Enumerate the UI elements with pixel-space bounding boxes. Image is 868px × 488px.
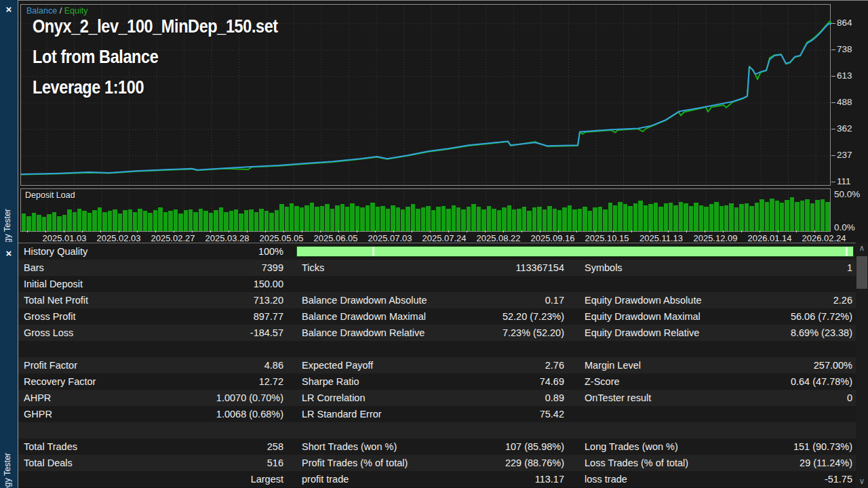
x-axis-tick (45, 230, 46, 232)
x-axis-tick (631, 230, 632, 232)
stat-value: 56.06 (7.72%) (741, 311, 852, 322)
deposit-load-bar (532, 207, 536, 231)
deposit-load-bar (411, 204, 415, 231)
chart-panel-tab[interactable]: Strategy Tester (0, 182, 18, 242)
close-icon[interactable]: × (3, 248, 14, 259)
deposit-load-bar (325, 204, 329, 231)
x-axis-label: 2025.02.03 (88, 233, 149, 243)
deposit-load-bar (714, 202, 718, 231)
stat-label: loss trade (585, 474, 741, 485)
stat-value: 8.69% (23.38) (741, 327, 852, 338)
x-axis-tick (723, 230, 724, 232)
report-panel-tab[interactable]: Strategy Tester (0, 434, 18, 488)
x-axis-label: 2025.01.03 (34, 233, 95, 243)
x-axis-tick (558, 230, 559, 232)
y-axis-label: 111 (837, 176, 868, 186)
deposit-load-bar (229, 211, 233, 231)
x-axis-tick (82, 230, 83, 232)
report-row[interactable]: Profit Factor4.86Expected Payoff2.76Marg… (18, 357, 856, 373)
stat-label: Profit Factor (24, 360, 193, 371)
deposit-load-bar (244, 210, 248, 231)
stat-value: 0 (741, 392, 852, 403)
deposit-load-bar (562, 207, 566, 231)
stat-value: 713.20 (193, 295, 283, 306)
deposit-load-bar (219, 207, 223, 231)
deposit-load-bar (22, 214, 26, 231)
deposit-load-bar (628, 206, 632, 231)
deposit-load-bar (123, 210, 127, 231)
stat-label: Gross Loss (24, 327, 193, 338)
report-row[interactable]: Initial Deposit150.00 (18, 276, 856, 292)
stat-label: Short Trades (won %) (302, 441, 458, 452)
deposit-load-bar (73, 212, 77, 232)
progress-segment-divider (372, 247, 374, 256)
deposit-load-bar (724, 205, 728, 231)
scroll-down-icon[interactable]: ∨ (856, 476, 868, 488)
report-row[interactable]: Recovery Factor12.72Sharpe Ratio74.69Z-S… (18, 373, 856, 390)
stat-value: 12.72 (193, 376, 283, 387)
report-row[interactable] (18, 422, 856, 439)
stat-label: Long Trades (won %) (585, 441, 741, 452)
x-axis-tick (357, 230, 357, 232)
x-axis-label: 2025.10.15 (576, 233, 637, 243)
deposit-load-bar (113, 209, 117, 231)
report-row[interactable]: Total Deals516Profit Trades (% of total)… (18, 455, 856, 471)
x-axis-label: 2025.07.24 (414, 233, 475, 243)
deposit-load-bar (118, 214, 122, 231)
deposit-load-bar (492, 209, 496, 232)
deposit-load-bar (452, 205, 456, 231)
close-icon[interactable]: × (3, 4, 14, 15)
scroll-up-icon[interactable]: ∧ (856, 243, 868, 255)
stat-label: Equity Drawdown Absolute (585, 295, 741, 306)
deposit-load-bar (138, 209, 142, 232)
stat-label: Equity Drawdown Maximal (585, 311, 741, 322)
leverage-label: Leverage 1:100 (33, 77, 278, 98)
legend-equity: Equity (64, 6, 88, 16)
deposit-axis-max-label: 50.0% (834, 189, 868, 199)
deposit-load-bar (214, 210, 218, 231)
deposit-load-bar (507, 205, 511, 231)
deposit-load-chart[interactable]: Deposit Load (20, 188, 831, 232)
deposit-load-bar (148, 213, 152, 231)
report-row[interactable]: Gross Profit897.77Balance Drawdown Maxim… (18, 308, 856, 325)
deposit-load-bar (315, 207, 319, 231)
deposit-load-bar (648, 204, 652, 231)
backtest-report-table[interactable]: History Quality100%Bars7399Ticks11336715… (18, 243, 856, 488)
x-axis-tick (265, 230, 266, 232)
report-row[interactable]: Total Trades258Short Trades (won %)107 (… (18, 439, 856, 455)
deposit-load-bar (77, 209, 81, 232)
deposit-load-bar (481, 209, 486, 231)
scrollbar-thumb[interactable] (856, 256, 867, 289)
stat-label: profit trade (302, 474, 458, 485)
report-scrollbar[interactable]: ∧ ∨ (856, 243, 868, 488)
report-row[interactable]: AHPR1.0070 (0.70%)LR Correlation0.89OnTe… (18, 390, 856, 406)
report-row[interactable] (18, 341, 856, 357)
deposit-load-bar (588, 211, 592, 231)
x-axis-tick (229, 230, 229, 232)
stat-label: Balance Drawdown Absolute (302, 295, 458, 306)
deposit-load-bar (345, 207, 349, 231)
report-row[interactable]: Bars7399Ticks113367154Symbols1 (18, 260, 856, 276)
x-axis-tick (576, 230, 577, 232)
stat-value: 4.86 (193, 360, 283, 371)
stat-value: 257.00% (741, 360, 852, 371)
deposit-load-bar (669, 203, 673, 231)
stat-value: 74.69 (458, 376, 564, 387)
report-row[interactable]: GHPR1.0068 (0.68%)LR Standard Error75.42 (18, 406, 856, 422)
x-axis-tick (760, 230, 760, 232)
stat-label: Initial Deposit (24, 279, 193, 289)
deposit-load-bar (512, 209, 516, 231)
x-axis-tick (595, 230, 595, 232)
report-row[interactable]: Gross Loss-184.57Balance Drawdown Relati… (18, 325, 856, 341)
deposit-load-bar (644, 205, 648, 231)
deposit-load-bar (254, 212, 258, 232)
report-row[interactable]: History Quality100% (18, 243, 856, 260)
report-row[interactable]: Largestprofit trade113.17loss trade-51.7… (18, 471, 856, 487)
stat-label: Loss Trades (% of total) (585, 458, 741, 468)
stat-label: Total Net Profit (24, 295, 193, 306)
balance-equity-chart[interactable]: Balance / Equity Onyx_2_lev_100_MinDep_1… (20, 4, 831, 186)
deposit-load-bar (57, 216, 61, 231)
report-row[interactable]: Total Net Profit713.20Balance Drawdown A… (18, 292, 856, 308)
x-axis-label: 2025.03.28 (197, 233, 258, 243)
x-axis-tick (412, 230, 412, 232)
